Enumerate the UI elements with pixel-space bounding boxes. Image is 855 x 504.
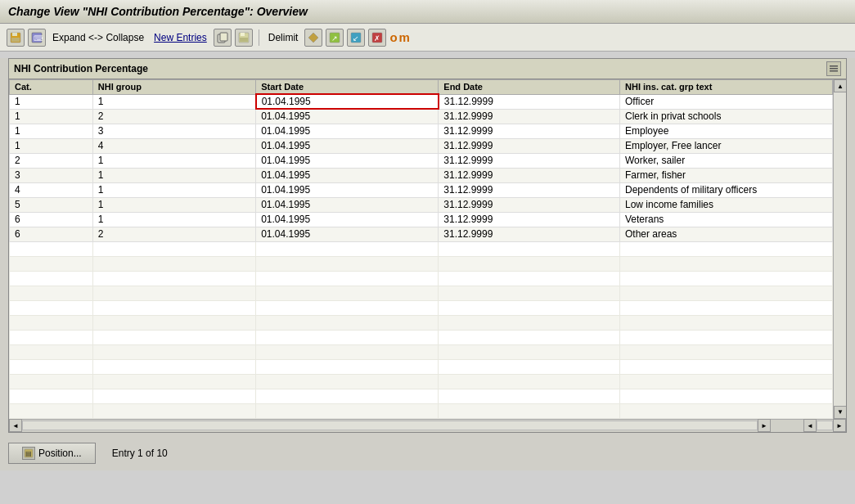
scroll-track-h-right <box>817 421 833 430</box>
cell-cat: 1 <box>10 124 93 138</box>
table-row[interactable]: 6201.04.199531.12.9999Other areas <box>10 227 833 241</box>
svg-text:⌨: ⌨ <box>34 34 43 43</box>
col-header-text: NHI ins. cat. grp text <box>620 80 833 95</box>
horizontal-scrollbar[interactable]: ◄ ► ◄ ► <box>9 419 846 432</box>
table-header-row: Cat. NHI group Start Date End Date NHI i… <box>10 80 833 95</box>
delimit-label: Delimit <box>265 32 302 43</box>
cell-end-date: 31.12.9999 <box>439 138 620 153</box>
svg-rect-1 <box>12 33 17 36</box>
toolbar: ⌨ Expand <-> Collapse New Entries Delimi… <box>0 24 855 52</box>
page-title: Change View "NHI Contribution Percentage… <box>8 5 308 18</box>
cell-end-date: 31.12.9999 <box>439 124 620 138</box>
shortcut-icon[interactable]: ⌨ <box>28 29 46 47</box>
table-settings-icon[interactable] <box>826 61 841 76</box>
position-button[interactable]: ▤ Position... <box>8 443 96 464</box>
scroll-track-v <box>834 92 846 406</box>
table-row[interactable]: 1401.04.199531.12.9999Employer, Free lan… <box>10 138 833 153</box>
col-header-nhi-group: NHI group <box>92 80 255 95</box>
cell-nhi-group: 1 <box>92 182 255 197</box>
empty-row <box>10 344 833 359</box>
svg-rect-2 <box>11 38 20 42</box>
icon-3[interactable]: ↗ <box>326 29 344 47</box>
cell-cat: 6 <box>10 212 93 227</box>
empty-row <box>10 256 833 271</box>
table-row[interactable]: 1101.04.199531.12.9999Officer <box>10 94 833 109</box>
vertical-scrollbar[interactable]: ▲ ▼ <box>833 79 846 419</box>
svg-marker-10 <box>308 33 318 43</box>
cell-cat: 3 <box>10 168 93 182</box>
table-row[interactable]: 4101.04.199531.12.9999Dependents of mili… <box>10 182 833 197</box>
new-entries-button[interactable]: New Entries <box>151 30 210 45</box>
separator-1 <box>259 29 259 46</box>
main-content: NHI Contribution Percentage Cat. NHI gro… <box>0 58 855 470</box>
empty-row <box>10 389 833 403</box>
empty-row <box>10 315 833 330</box>
scroll-left-arrow-2[interactable]: ◄ <box>803 419 817 432</box>
col-header-end-date: End Date <box>439 80 620 95</box>
scroll-right-arrow[interactable]: ► <box>758 419 771 432</box>
cell-start-date: 01.04.1995 <box>256 182 439 197</box>
cell-start-date: 01.04.1995 <box>256 94 439 109</box>
cell-start-date: 01.04.1995 <box>256 124 439 138</box>
cell-start-date: 01.04.1995 <box>256 212 439 227</box>
scroll-right-arrow-2[interactable]: ► <box>833 419 846 432</box>
cell-cat: 1 <box>10 109 93 124</box>
cell-nhi-group: 2 <box>92 227 255 241</box>
cell-cat: 1 <box>10 138 93 153</box>
svg-rect-6 <box>220 33 227 41</box>
scroll-up-arrow[interactable]: ▲ <box>834 79 847 92</box>
svg-rect-9 <box>240 38 248 42</box>
copy-icon[interactable] <box>214 29 232 47</box>
cell-nhi-group: 4 <box>92 138 255 153</box>
cell-text: Officer <box>620 94 833 109</box>
cell-nhi-group: 1 <box>92 153 255 168</box>
cell-nhi-group: 1 <box>92 168 255 182</box>
svg-rect-17 <box>830 65 838 67</box>
svg-text:↗: ↗ <box>331 34 338 43</box>
empty-row <box>10 241 833 256</box>
table-row[interactable]: 2101.04.199531.12.9999Worker, sailer <box>10 153 833 168</box>
expand-collapse-label: Expand <-> Collapse <box>49 32 147 43</box>
svg-text:↙: ↙ <box>353 34 359 43</box>
cell-end-date: 31.12.9999 <box>439 182 620 197</box>
cell-cat: 1 <box>10 94 93 109</box>
empty-row <box>10 403 833 418</box>
empty-row <box>10 300 833 315</box>
cell-end-date: 31.12.9999 <box>439 227 620 241</box>
cell-end-date: 31.12.9999 <box>439 109 620 124</box>
cell-start-date: 01.04.1995 <box>256 197 439 212</box>
entry-info: Entry 1 of 10 <box>112 448 168 459</box>
scroll-track-h-left <box>22 421 758 430</box>
cell-end-date: 31.12.9999 <box>439 197 620 212</box>
table-body: 1101.04.199531.12.9999Officer1201.04.199… <box>10 94 833 418</box>
table-row[interactable]: 3101.04.199531.12.9999Farmer, fisher <box>10 168 833 182</box>
cell-nhi-group: 2 <box>92 109 255 124</box>
cell-text: Employer, Free lancer <box>620 138 833 153</box>
table-title: NHI Contribution Percentage <box>14 63 148 74</box>
cell-cat: 6 <box>10 227 93 241</box>
cell-text: Clerk in privat schools <box>620 109 833 124</box>
cell-text: Dependents of military officers <box>620 182 833 197</box>
cell-text: Low income families <box>620 197 833 212</box>
delimit-icon[interactable] <box>304 29 322 47</box>
scroll-down-arrow[interactable]: ▼ <box>834 406 847 419</box>
icon-4[interactable]: ↙ <box>347 29 365 47</box>
cell-nhi-group: 1 <box>92 212 255 227</box>
save2-icon[interactable] <box>235 29 253 47</box>
icon-5[interactable]: ✗ <box>368 29 386 47</box>
title-bar: Change View "NHI Contribution Percentage… <box>0 0 855 24</box>
cell-text: Farmer, fisher <box>620 168 833 182</box>
scroll-left-arrow[interactable]: ◄ <box>9 419 22 432</box>
table-row[interactable]: 1301.04.199531.12.9999Employee <box>10 124 833 138</box>
save-icon[interactable] <box>7 29 25 47</box>
table-row[interactable]: 6101.04.199531.12.9999Veterans <box>10 212 833 227</box>
svg-rect-18 <box>830 68 838 70</box>
table-row[interactable]: 5101.04.199531.12.9999Low income familie… <box>10 197 833 212</box>
cell-end-date: 31.12.9999 <box>439 153 620 168</box>
orange-text: om <box>389 30 412 44</box>
table-row[interactable]: 1201.04.199531.12.9999Clerk in privat sc… <box>10 109 833 124</box>
cell-end-date: 31.12.9999 <box>439 168 620 182</box>
table-container: NHI Contribution Percentage Cat. NHI gro… <box>8 58 847 433</box>
cell-start-date: 01.04.1995 <box>256 153 439 168</box>
cell-start-date: 01.04.1995 <box>256 227 439 241</box>
